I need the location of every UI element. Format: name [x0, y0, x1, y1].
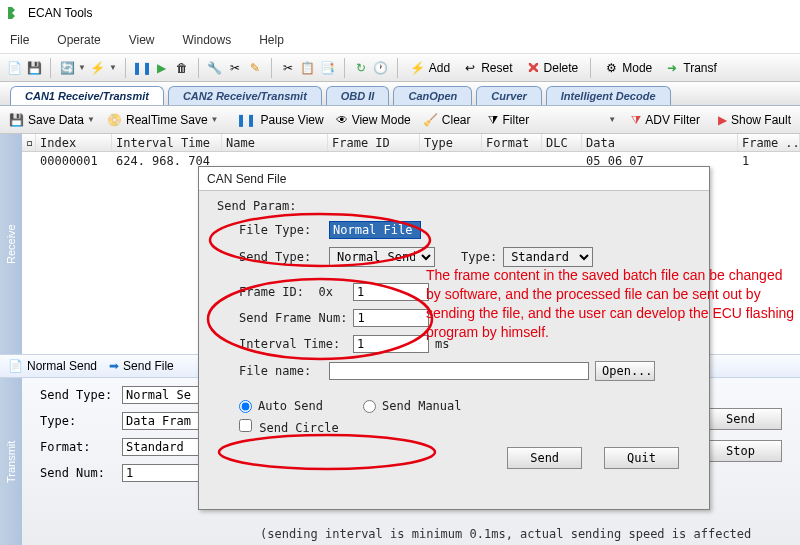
open-button[interactable]: Open...	[595, 361, 655, 381]
type-select[interactable]	[122, 412, 200, 430]
gear-icon: ⚙	[603, 60, 619, 76]
format-label: Format:	[40, 440, 116, 454]
send-manual-radio[interactable]: Send Manual	[363, 399, 461, 413]
menu-help[interactable]: Help	[259, 33, 284, 47]
tab-can1[interactable]: CAN1 Receive/Transmit	[10, 86, 164, 105]
hint-text: (sending interval is minimum 0.1ms, actu…	[260, 527, 751, 541]
wrench-icon[interactable]: 🔧	[207, 60, 223, 76]
tab-can2[interactable]: CAN2 Receive/Transmit	[168, 86, 322, 105]
intervaltime-label: Interval Time:	[239, 337, 347, 351]
sendtype-dlg-label: Send Type:	[239, 250, 323, 264]
refresh2-icon[interactable]: ↻	[353, 60, 369, 76]
auto-send-radio-input[interactable]	[239, 400, 252, 413]
pause2-icon: ❚❚	[236, 113, 256, 127]
funnel-adv-icon: ⧩	[631, 113, 641, 127]
sendtype-dlg-select[interactable]: Normal Send	[329, 247, 435, 267]
normal-send-tab[interactable]: 📄Normal Send	[8, 359, 97, 373]
view-mode-button[interactable]: 👁View Mode	[333, 111, 414, 129]
sendtype-label: Send Type:	[40, 388, 116, 402]
menu-file[interactable]: File	[10, 33, 29, 47]
type-label: Type:	[40, 414, 116, 428]
tools-icon[interactable]: ✂	[227, 60, 243, 76]
pause-icon[interactable]: ❚❚	[134, 60, 150, 76]
filetype-label: File Type:	[239, 223, 323, 237]
col-frameid[interactable]: Frame ID	[328, 134, 420, 151]
col-corner[interactable]: ▫	[22, 134, 36, 151]
refresh-icon[interactable]: 🔄	[59, 60, 75, 76]
col-dlc[interactable]: DLC	[542, 134, 582, 151]
col-type[interactable]: Type	[420, 134, 482, 151]
menu-operate[interactable]: Operate	[57, 33, 100, 47]
save-data-button[interactable]: 💾Save Data▼	[6, 111, 98, 129]
filename-input[interactable]	[329, 362, 589, 380]
filter-button[interactable]: ⧩Filter	[485, 111, 532, 129]
send-button[interactable]: Send	[699, 408, 782, 430]
menu-view[interactable]: View	[129, 33, 155, 47]
tab-decode[interactable]: Intelligent Decode	[546, 86, 671, 105]
grid-header: ▫ Index Interval Time Name Frame ID Type…	[22, 134, 800, 152]
transf-button[interactable]: ➜Transf	[660, 58, 721, 78]
paint-icon[interactable]: ✎	[247, 60, 263, 76]
col-frame[interactable]: Frame ...	[738, 134, 800, 151]
send-manual-radio-input[interactable]	[363, 400, 376, 413]
sendtype-select[interactable]	[122, 386, 200, 404]
eye-icon: 👁	[336, 113, 348, 127]
mode-button[interactable]: ⚙Mode	[599, 58, 656, 78]
col-data[interactable]: Data	[582, 134, 738, 151]
broom-icon: 🧹	[423, 113, 438, 127]
framenum-input[interactable]	[353, 309, 429, 327]
tab-obd[interactable]: OBD II	[326, 86, 390, 105]
format-select[interactable]	[122, 438, 200, 456]
auto-send-radio[interactable]: Auto Send	[239, 399, 323, 413]
funnel-icon: ⧩	[488, 113, 498, 127]
show-fault-button[interactable]: ▶Show Fault	[715, 111, 794, 129]
tab-curver[interactable]: Curver	[476, 86, 541, 105]
stop-button[interactable]: Stop	[699, 440, 782, 462]
realtime-save-button[interactable]: 📀RealTime Save▼	[104, 111, 222, 129]
save-icon[interactable]: 💾	[26, 60, 42, 76]
side-receive[interactable]: Receive	[0, 134, 22, 354]
del-icon: 🗙	[525, 60, 541, 76]
trash-icon[interactable]: 🗑	[174, 60, 190, 76]
col-format[interactable]: Format	[482, 134, 542, 151]
send-circle-checkbox[interactable]	[239, 419, 252, 432]
send-file-tab[interactable]: ➡Send File	[109, 359, 174, 373]
bolt-add-icon: ⚡	[410, 60, 426, 76]
sendnum-input[interactable]	[122, 464, 210, 482]
intervaltime-input[interactable]	[353, 335, 429, 353]
frameid-input[interactable]	[353, 283, 429, 301]
play-icon[interactable]: ▶	[154, 60, 170, 76]
col-index[interactable]: Index	[36, 134, 112, 151]
adv-filter-button[interactable]: ⧩ADV Filter	[628, 111, 703, 129]
delete-button[interactable]: 🗙Delete	[521, 58, 583, 78]
col-interval[interactable]: Interval Time	[112, 134, 222, 151]
sub-toolbar: 💾Save Data▼ 📀RealTime Save▼ ❚❚Pause View…	[0, 106, 800, 134]
send-param-label: Send Param:	[217, 199, 296, 213]
dialog-title: CAN Send File	[199, 167, 709, 191]
filetype-field[interactable]: Normal File	[329, 221, 421, 239]
annotation-text: The frame content in the saved batch fil…	[426, 266, 796, 342]
dlg-quit-button[interactable]: Quit	[604, 447, 679, 469]
side-transmit[interactable]: Transmit	[0, 378, 22, 545]
menu-windows[interactable]: Windows	[183, 33, 232, 47]
paste-icon[interactable]: 📑	[320, 60, 336, 76]
pause-view-button[interactable]: ❚❚Pause View	[233, 111, 326, 129]
dlg-send-button[interactable]: Send	[507, 447, 582, 469]
col-name[interactable]: Name	[222, 134, 328, 151]
tab-strip: CAN1 Receive/Transmit CAN2 Receive/Trans…	[0, 82, 800, 106]
new-icon[interactable]: 📄	[6, 60, 22, 76]
main-toolbar: 📄 💾 🔄▼ ⚡▼ ❚❚ ▶ 🗑 🔧 ✂ ✎ ✂ 📋 📑 ↻ 🕐 ⚡Add ↩R…	[0, 54, 800, 82]
clear-button[interactable]: 🧹Clear	[420, 111, 474, 129]
clock-icon[interactable]: 🕐	[373, 60, 389, 76]
doc-icon[interactable]: 📋	[300, 60, 316, 76]
lightning-icon[interactable]: ⚡	[90, 60, 106, 76]
type-dlg-select[interactable]: Standard	[503, 247, 593, 267]
fault-icon: ▶	[718, 113, 727, 127]
tab-canopen[interactable]: CanOpen	[393, 86, 472, 105]
filename-label: File name:	[239, 364, 323, 378]
type-dlg-label: Type:	[461, 250, 497, 264]
reset-button[interactable]: ↩Reset	[458, 58, 516, 78]
add-button[interactable]: ⚡Add	[406, 58, 454, 78]
cut-icon[interactable]: ✂	[280, 60, 296, 76]
send-circle-check[interactable]: Send Circle	[239, 419, 339, 435]
